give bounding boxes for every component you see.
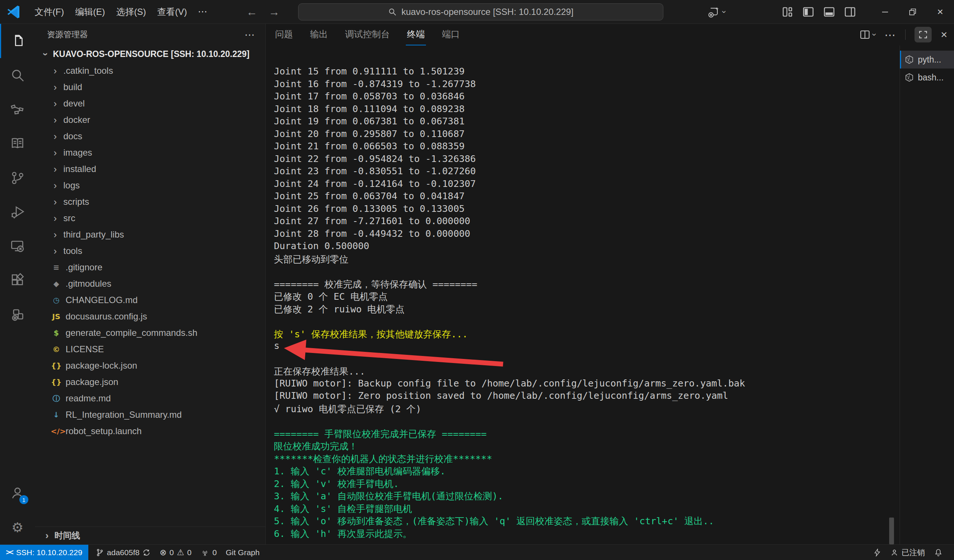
run-debug-icon [10, 204, 25, 220]
panel-tab[interactable]: 调试控制台 [344, 24, 391, 45]
tree-file-item[interactable]: {} package-lock.json [35, 358, 265, 374]
folder-label: images [63, 148, 92, 158]
root-label: KUAVO-ROS-OPENSOURCE [SSH: 10.10.20.229] [53, 49, 249, 59]
git-graph-button[interactable]: Git Graph [221, 545, 264, 560]
restore-button[interactable] [899, 0, 926, 24]
split-terminal-button[interactable]: › [859, 29, 875, 40]
tree-folder-item[interactable]: › build [35, 79, 265, 95]
forward-arrow-icon[interactable]: → [269, 6, 280, 18]
activity-run-debug[interactable] [0, 195, 35, 229]
terminal-line: 头部已移动到零位 [274, 253, 899, 266]
activity-accounts[interactable]: 1 [0, 476, 35, 510]
activity-settings[interactable]: ⚙ [0, 510, 35, 544]
tree-file-item[interactable]: ≡ .gitignore [35, 259, 265, 275]
file-tree: › KUAVO-ROS-OPENSOURCE [SSH: 10.10.20.22… [35, 45, 265, 544]
tree-folder-item[interactable]: › tools [35, 243, 265, 259]
lightning-status[interactable] [869, 548, 886, 557]
menu-item[interactable]: 文件(F) [29, 3, 70, 20]
explorer-more-actions-icon[interactable]: ⋯ [245, 29, 255, 41]
terminal-line: Joint 20 from 0.295807 to 0.110687 [274, 128, 899, 141]
terminal-tab-item[interactable]: bash... [900, 68, 954, 86]
tree-file-item[interactable]: © LICENSE [35, 341, 265, 358]
tree-folder-item[interactable]: › docs [35, 128, 265, 145]
terminal-line: Joint 26 from 0.133005 to 0.133005 [274, 203, 899, 216]
activity-remote-explorer[interactable] [0, 229, 35, 264]
signed-out-status[interactable]: 已注销 [886, 548, 929, 558]
terminal-line [274, 353, 899, 366]
close-button[interactable]: × [926, 0, 954, 24]
menu-item[interactable]: 查看(V) [152, 3, 193, 20]
tree-folder-item[interactable]: › docker [35, 112, 265, 128]
tree-root-item[interactable]: › KUAVO-ROS-OPENSOURCE [SSH: 10.10.20.22… [35, 45, 265, 62]
chevron-right-icon: › [51, 114, 60, 126]
tree-file-item[interactable]: ⓘ readme.md [35, 390, 265, 407]
toggle-secondary-sidebar-icon[interactable] [844, 6, 856, 18]
tree-folder-item[interactable]: › images [35, 145, 265, 161]
toggle-panel-icon[interactable] [823, 6, 836, 18]
maximize-panel-button[interactable] [915, 27, 932, 42]
menu-item[interactable]: 编辑(E) [70, 3, 111, 20]
tree-folder-item[interactable]: › installed [35, 161, 265, 177]
copilot-menu[interactable]: › [707, 5, 725, 19]
activity-containers[interactable] [0, 298, 35, 332]
panel-tab[interactable]: 端口 [441, 24, 461, 45]
file-type-icon: © [51, 345, 62, 354]
activity-ros[interactable] [0, 92, 35, 127]
toggle-primary-sidebar-icon[interactable] [802, 6, 815, 18]
file-label: .gitmodules [65, 278, 111, 289]
timeline-section[interactable]: › 时间线 [35, 526, 265, 544]
notifications-button[interactable] [929, 548, 947, 557]
terminal-icon [904, 55, 914, 64]
panel-tab[interactable]: 终端 [406, 24, 426, 45]
tree-folder-item[interactable]: › logs [35, 177, 265, 194]
terminal-line: Joint 24 from -0.124164 to -0.102307 [274, 178, 899, 191]
tree-file-item[interactable]: ↓ RL_Integration_Summary.md [35, 407, 265, 423]
tree-file-item[interactable]: ◆ .gitmodules [35, 275, 265, 292]
terminal-line: Duration 0.500000 [274, 241, 899, 253]
back-arrow-icon[interactable]: ← [246, 6, 257, 18]
tree-file-item[interactable]: </> robot_setup.launch [35, 423, 265, 439]
file-label: .gitignore [65, 262, 103, 272]
menu-item[interactable]: 选择(S) [111, 3, 152, 20]
activity-extensions[interactable] [0, 264, 35, 298]
tree-folder-item[interactable]: › third_party_libs [35, 226, 265, 243]
activity-docs[interactable] [0, 127, 35, 161]
chevron-right-icon: › [51, 98, 60, 109]
book-icon [10, 136, 25, 152]
error-count: 0 [170, 548, 174, 557]
tree-folder-item[interactable]: › src [35, 210, 265, 226]
terminal-line: Joint 16 from -0.874319 to -1.267738 [274, 79, 899, 91]
terminal-line: 正在保存校准结果... [274, 365, 899, 378]
sidebar-title: 资源管理器 [47, 29, 245, 40]
git-branch-status[interactable]: ada605f8 [91, 545, 155, 560]
tree-folder-item[interactable]: › devel [35, 95, 265, 112]
terminal-scrollbar[interactable] [889, 518, 894, 544]
minimize-button[interactable] [871, 0, 899, 24]
panel-more-actions-icon[interactable]: ⋯ [884, 28, 896, 41]
tree-folder-item[interactable]: › scripts [35, 194, 265, 210]
activity-explorer[interactable] [0, 24, 35, 58]
remote-indicator[interactable]: >< SSH: 10.10.20.229 [0, 545, 88, 560]
command-center-search[interactable]: kuavo-ros-opensource [SSH: 10.10.20.229] [298, 3, 663, 20]
tree-file-item[interactable]: ◷ CHANGELOG.md [35, 292, 265, 308]
tree-file-item[interactable]: $ generate_compile_commands.sh [35, 325, 265, 341]
file-label: generate_compile_commands.sh [65, 328, 198, 338]
file-type-icon: ◆ [51, 279, 62, 288]
terminal-tab-item[interactable]: pyth... [900, 51, 954, 68]
close-panel-icon[interactable]: × [941, 28, 947, 41]
more-menus-icon[interactable]: ⋯ [193, 5, 213, 19]
panel-tab[interactable]: 问题 [274, 24, 294, 45]
tree-file-item[interactable]: {} package.json [35, 374, 265, 390]
tree-file-item[interactable]: JS docusaurus.config.js [35, 308, 265, 325]
customize-layout-icon[interactable] [781, 6, 794, 18]
terminal-output[interactable]: Joint 15 from 0.911111 to 1.501239 Joint… [266, 45, 899, 544]
activity-search[interactable] [0, 58, 35, 92]
problems-status[interactable]: ⊗ 0 ⚠ 0 [155, 545, 196, 560]
activity-source-control[interactable] [0, 161, 35, 195]
extensions-icon [10, 273, 25, 289]
broadcast-status[interactable]: 0 [196, 545, 221, 560]
chevron-right-icon: › [51, 82, 60, 93]
sync-icon [142, 548, 151, 557]
tree-folder-item[interactable]: › .catkin_tools [35, 62, 265, 79]
panel-tab[interactable]: 输出 [309, 24, 329, 45]
